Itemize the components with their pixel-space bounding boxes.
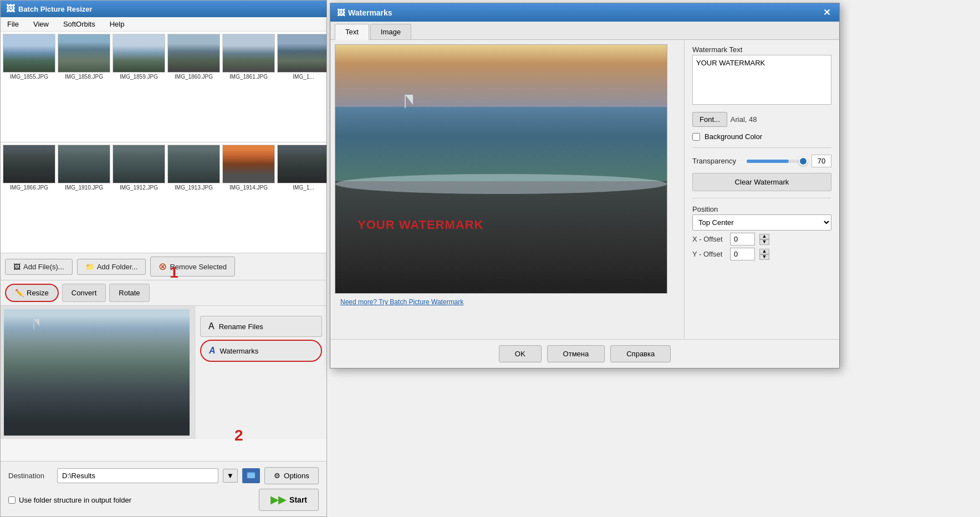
thumb-label: IMG_1860.JPG	[175, 74, 213, 80]
list-item[interactable]: IMG_1913.JPG	[167, 145, 220, 250]
thumb-label: IMG_1859.JPG	[120, 74, 158, 80]
watermark-text-preview: YOUR WATERMARK	[358, 218, 483, 232]
font-button[interactable]: Font...	[692, 112, 727, 127]
font-value: Arial, 48	[731, 115, 757, 124]
position-select[interactable]: Top Center Top Left Top Right Center Lef…	[692, 214, 831, 231]
thumbnail-img	[113, 34, 165, 73]
annotation-2: 2	[234, 427, 243, 444]
thumbnail-img	[3, 34, 55, 73]
watermark-text-label: Watermark Text	[692, 45, 831, 54]
preview-image	[4, 309, 190, 436]
y-offset-input[interactable]	[730, 248, 755, 260]
list-item[interactable]: IMG_1...	[277, 34, 326, 140]
dialog-body: YOUR WATERMARK Need more? Try Batch Pict…	[330, 40, 839, 355]
tab-text-label: Text	[345, 28, 359, 36]
clear-watermark-button[interactable]: Clear Watermark	[692, 173, 831, 191]
remove-selected-button[interactable]: ⊗ Remove Selected	[150, 257, 235, 277]
dialog-close-button[interactable]: ✕	[821, 7, 833, 18]
use-folder-structure-checkbox[interactable]	[8, 496, 16, 504]
x-offset-up[interactable]: ▲	[759, 234, 769, 239]
remove-selected-label: Remove Selected	[170, 263, 227, 271]
add-files-button[interactable]: 🖼 Add File(s)...	[5, 259, 73, 275]
list-item[interactable]: IMG_1912.JPG	[113, 145, 165, 250]
y-offset-up[interactable]: ▲	[759, 249, 769, 254]
list-item[interactable]: IMG_1...	[277, 145, 326, 250]
font-button-label: Font...	[700, 115, 720, 124]
convert-tab[interactable]: Convert	[62, 284, 106, 302]
y-offset-label: Y - Offset	[692, 250, 726, 258]
transparency-slider[interactable]	[747, 160, 807, 163]
x-offset-input[interactable]	[730, 233, 755, 245]
watermark-text-section: Watermark Text	[692, 45, 831, 106]
start-label: Start	[289, 495, 307, 504]
resize-tab[interactable]: ✏️ Resize	[5, 284, 59, 302]
help-label: Справка	[626, 350, 655, 358]
y-offset-down[interactable]: ▼	[759, 254, 769, 260]
folder-icon: 📁	[85, 263, 94, 271]
thumb-label: IMG_1912.JPG	[120, 185, 158, 191]
options-button[interactable]: ⚙ Options	[264, 467, 319, 484]
thumb-label: IMG_1858.JPG	[65, 74, 103, 80]
transparency-label: Transparency	[692, 157, 742, 165]
thumbnail-img	[277, 34, 326, 73]
list-item[interactable]: IMG_1910.JPG	[58, 145, 110, 250]
dialog-title-bar: 🖼 Watermarks ✕	[330, 3, 839, 22]
options-label: Options	[284, 472, 309, 480]
thumb-label: IMG_1855.JPG	[10, 74, 48, 80]
tab-image[interactable]: Image	[370, 24, 411, 39]
add-files-icon: 🖼	[13, 263, 21, 271]
watermarks-button[interactable]: A Watermarks	[200, 340, 322, 362]
position-label: Position	[692, 205, 831, 213]
list-item[interactable]: IMG_1860.JPG	[167, 34, 220, 140]
cancel-button[interactable]: Отмена	[547, 345, 605, 362]
watermark-textarea-wrap	[692, 55, 831, 106]
slider-thumb	[799, 157, 808, 166]
destination-dropdown[interactable]: ▼	[223, 469, 238, 483]
thumb-label: IMG_1861.JPG	[229, 74, 268, 80]
preview-canvas: YOUR WATERMARK	[335, 44, 667, 294]
transparency-value[interactable]	[811, 155, 831, 167]
thumbnails-area-2: IMG_1866.JPG IMG_1910.JPG IMG_1912.JPG I…	[1, 142, 326, 253]
menu-file[interactable]: File	[5, 19, 21, 29]
menu-help[interactable]: Help	[108, 19, 127, 29]
add-folder-button[interactable]: 📁 Add Folder...	[77, 259, 146, 275]
destination-label: Destination	[8, 472, 53, 480]
list-item[interactable]: IMG_1859.JPG	[113, 34, 165, 140]
remove-icon: ⊗	[159, 260, 167, 273]
rename-files-button[interactable]: A Rename Files	[200, 316, 322, 337]
list-item[interactable]: IMG_1858.JPG	[58, 34, 110, 140]
help-button[interactable]: Справка	[610, 345, 671, 362]
list-item[interactable]: IMG_1914.JPG	[222, 145, 275, 250]
convert-label: Convert	[72, 289, 97, 297]
add-files-label: Add File(s)...	[23, 263, 64, 271]
ok-button[interactable]: OK	[499, 345, 542, 362]
x-offset-label: X - Offset	[692, 235, 726, 243]
start-button[interactable]: ▶▶ Start	[259, 489, 319, 511]
browse-icon	[247, 470, 256, 479]
cancel-label: Отмена	[563, 350, 589, 358]
add-folder-label: Add Folder...	[97, 263, 138, 271]
thumbnail-img	[277, 145, 326, 183]
background-color-checkbox[interactable]	[692, 133, 700, 141]
thumb-label: IMG_1...	[293, 185, 314, 191]
watermark-textarea[interactable]	[692, 55, 831, 105]
list-item[interactable]: IMG_1866.JPG	[3, 145, 55, 250]
rename-icon: A	[208, 321, 215, 331]
thumbnail-img	[58, 34, 110, 73]
list-item[interactable]: IMG_1855.JPG	[3, 34, 55, 140]
watermarks-dialog: 🖼 Watermarks ✕ Text Image	[330, 3, 840, 368]
tab-text[interactable]: Text	[335, 24, 369, 40]
list-item[interactable]: IMG_1861.JPG	[222, 34, 275, 140]
x-offset-row: X - Offset ▲ ▼	[692, 233, 831, 245]
thumbnail-img	[3, 145, 55, 183]
destination-browse[interactable]	[242, 468, 260, 483]
destination-input[interactable]	[57, 468, 218, 483]
rotate-tab[interactable]: Rotate	[109, 284, 149, 302]
app-icon: 🖼	[6, 4, 15, 14]
dialog-preview-area: YOUR WATERMARK Need more? Try Batch Pict…	[330, 40, 684, 355]
menu-view[interactable]: View	[31, 19, 51, 29]
try-watermark-link[interactable]: Need more? Try Batch Picture Watermark	[335, 294, 680, 310]
use-folder-structure-row: Use folder structure in output folder	[8, 496, 131, 504]
menu-softorbits[interactable]: SoftOrbits	[61, 19, 98, 29]
x-offset-down[interactable]: ▼	[759, 239, 769, 245]
